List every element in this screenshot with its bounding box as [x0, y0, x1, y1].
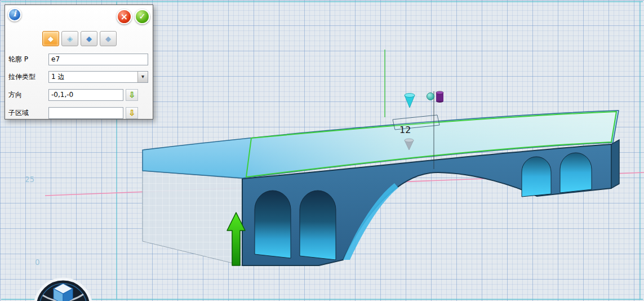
ghost-end-block[interactable] — [143, 171, 242, 265]
extrude-dialog: i × ✓ ◆ ◈ ◆ ◆ 轮廓 P 拉伸类型 1 边 ▾ 方向 ⇩ — [5, 5, 153, 119]
extrude-option-3-button[interactable]: ◆ — [81, 31, 97, 46]
extrude-option-2-button[interactable]: ◈ — [61, 31, 78, 46]
direction-input[interactable] — [48, 89, 123, 101]
profile-input[interactable] — [48, 54, 148, 65]
extrude-option-4-button[interactable]: ◆ — [100, 31, 117, 46]
double-diamond-icon: ◈ — [67, 35, 73, 42]
dimension-label[interactable]: 12 — [399, 125, 411, 135]
extrude-type-label: 拉伸类型 — [8, 72, 48, 82]
diamond-star-icon: ◆ — [105, 35, 111, 42]
chevron-down-icon: ▾ — [137, 72, 148, 82]
subregion-label: 子区域 — [8, 108, 48, 118]
extrude-options-toolbar: ◆ ◈ ◆ ◆ — [42, 31, 117, 46]
subregion-input[interactable] — [48, 107, 123, 119]
extrude-option-1-button[interactable]: ◆ — [42, 31, 59, 46]
bridge-end-cap[interactable] — [611, 140, 619, 188]
axis-label-25: 25 — [25, 175, 34, 184]
confirm-button[interactable]: ✓ — [135, 9, 150, 24]
direction-picker-button[interactable]: ⇩ — [126, 89, 138, 101]
axis-label-0: 0 — [35, 258, 40, 267]
diamond-icon: ◆ — [48, 35, 54, 42]
info-icon[interactable]: i — [8, 8, 21, 21]
pick-arrow-icon: ⇩ — [128, 91, 135, 99]
subregion-picker-button[interactable]: ⇩ — [126, 107, 138, 119]
cone-manipulator[interactable] — [405, 94, 415, 108]
pick-arrow-icon: ⇩ — [128, 109, 135, 117]
cylinder-manipulator[interactable] — [436, 91, 443, 103]
diamond-arrow-icon: ◆ — [86, 35, 92, 42]
check-icon: ✓ — [139, 11, 146, 21]
extrude-type-value: 1 边 — [49, 72, 137, 82]
sphere-manipulator[interactable] — [427, 93, 434, 100]
cancel-button[interactable]: × — [117, 9, 132, 24]
extrude-type-select[interactable]: 1 边 ▾ — [48, 71, 148, 83]
close-icon: × — [121, 11, 128, 22]
direction-label: 方向 — [8, 90, 48, 100]
profile-label: 轮廓 P — [8, 55, 48, 64]
app-logo — [35, 279, 91, 301]
